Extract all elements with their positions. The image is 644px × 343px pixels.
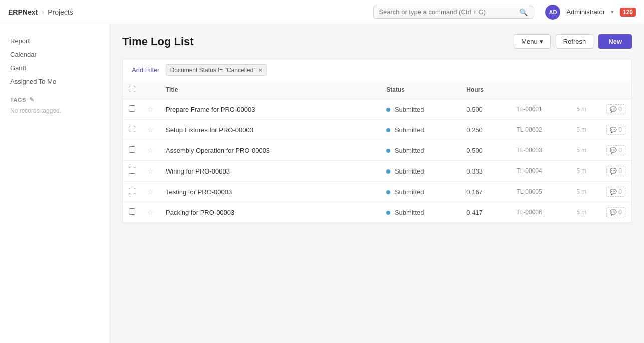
comment-icon: 💬: [610, 168, 617, 175]
sidebar: Report Calendar Gantt Assigned To Me TAG…: [0, 24, 110, 343]
row-checkbox[interactable]: [129, 146, 135, 153]
row-checkbox-cell: [123, 202, 141, 223]
row-id[interactable]: TL-00005: [510, 182, 570, 202]
row-status: Submitted: [380, 202, 460, 223]
row-status: Submitted: [380, 161, 460, 182]
th-title[interactable]: Title: [160, 81, 380, 99]
table-body: ☆ Prepare Frame for PRO-00003 Submitted …: [123, 99, 631, 223]
notification-badge[interactable]: 120: [620, 8, 636, 17]
row-title[interactable]: Testing for PRO-00003: [160, 182, 380, 202]
menu-button[interactable]: Menu ▾: [514, 34, 551, 49]
row-time-ago: 5 m: [570, 120, 600, 140]
avatar: AD: [545, 5, 560, 20]
row-checkbox[interactable]: [129, 105, 135, 112]
sidebar-item-report[interactable]: Report: [0, 34, 110, 48]
star-icon[interactable]: ☆: [147, 208, 154, 216]
row-star-cell: ☆: [141, 140, 160, 161]
row-status: Submitted: [380, 182, 460, 202]
status-label: Submitted: [395, 188, 424, 196]
th-status[interactable]: Status: [380, 81, 460, 99]
th-star: [141, 81, 160, 99]
new-button[interactable]: New: [598, 34, 632, 49]
th-comments: [600, 81, 631, 99]
add-filter-button[interactable]: Add Filter: [130, 65, 162, 75]
row-star-cell: ☆: [141, 120, 160, 140]
comments-button[interactable]: 💬 0: [606, 187, 625, 197]
comments-button[interactable]: 💬 0: [606, 145, 625, 155]
row-checkbox-cell: [123, 161, 141, 182]
comments-button[interactable]: 💬 0: [606, 207, 625, 217]
row-hours: 0.500: [460, 99, 510, 120]
sidebar-item-gantt[interactable]: Gantt: [0, 61, 110, 75]
navbar-brand[interactable]: ERPNext: [8, 8, 38, 16]
star-icon[interactable]: ☆: [147, 126, 154, 134]
row-time-ago: 5 m: [570, 202, 600, 223]
time-log-table: Title Status Hours ☆ Prepare Frame for P…: [123, 81, 631, 223]
star-icon[interactable]: ☆: [147, 105, 154, 113]
row-comments-cell: 💬 0: [600, 99, 631, 120]
row-status: Submitted: [380, 99, 460, 120]
comments-button[interactable]: 💬 0: [606, 166, 625, 176]
status-label: Submitted: [395, 209, 424, 216]
main-content: Time Log List Menu ▾ Refresh New Add Fil…: [110, 24, 644, 343]
status-label: Submitted: [395, 147, 424, 154]
row-star-cell: ☆: [141, 202, 160, 223]
comments-button[interactable]: 💬 0: [606, 104, 625, 114]
table-row: ☆ Assembly Operation for PRO-00003 Submi…: [123, 140, 631, 161]
star-icon[interactable]: ☆: [147, 146, 154, 154]
search-icon: 🔍: [519, 8, 528, 16]
table-row: ☆ Setup Fixtures for PRO-00003 Submitted…: [123, 120, 631, 140]
row-comments-cell: 💬 0: [600, 182, 631, 202]
row-id[interactable]: TL-00004: [510, 161, 570, 182]
menu-caret-icon: ▾: [540, 38, 543, 45]
comments-count: 0: [618, 188, 622, 195]
th-time: [570, 81, 600, 99]
row-checkbox[interactable]: [129, 167, 135, 174]
comments-count: 0: [618, 147, 622, 154]
th-check: [123, 81, 141, 99]
row-title[interactable]: Prepare Frame for PRO-00003: [160, 99, 380, 120]
star-icon[interactable]: ☆: [147, 188, 154, 196]
row-checkbox[interactable]: [129, 208, 135, 215]
table-row: ☆ Prepare Frame for PRO-00003 Submitted …: [123, 99, 631, 120]
row-star-cell: ☆: [141, 99, 160, 120]
comment-icon: 💬: [610, 209, 617, 216]
row-checkbox[interactable]: [129, 126, 135, 132]
sidebar-item-assigned-to-me[interactable]: Assigned To Me: [0, 75, 110, 88]
tags-edit-icon[interactable]: ✎: [29, 96, 35, 103]
row-hours: 0.333: [460, 161, 510, 182]
page-title: Time Log List: [122, 35, 194, 48]
row-checkbox-cell: [123, 99, 141, 120]
row-time-ago: 5 m: [570, 182, 600, 202]
table-header-row: Title Status Hours: [123, 81, 631, 99]
search-input[interactable]: [379, 8, 516, 16]
status-dot: [386, 190, 390, 194]
header-actions: Menu ▾ Refresh New: [514, 34, 632, 49]
row-title[interactable]: Setup Fixtures for PRO-00003: [160, 120, 380, 140]
comments-button[interactable]: 💬 0: [606, 125, 625, 135]
row-id[interactable]: TL-00003: [510, 140, 570, 161]
status-dot: [386, 149, 390, 153]
admin-caret-icon: ▾: [611, 9, 614, 15]
filter-close-icon[interactable]: ×: [259, 66, 263, 74]
row-id[interactable]: TL-00002: [510, 120, 570, 140]
th-hours[interactable]: Hours: [460, 81, 510, 99]
sidebar-item-calendar[interactable]: Calendar: [0, 48, 110, 61]
row-id[interactable]: TL-00001: [510, 99, 570, 120]
star-icon[interactable]: ☆: [147, 167, 154, 175]
row-id[interactable]: TL-00006: [510, 202, 570, 223]
row-star-cell: ☆: [141, 182, 160, 202]
active-filter-tag: Document Status != "Cancelled" ×: [166, 64, 267, 76]
row-title[interactable]: Assembly Operation for PRO-00003: [160, 140, 380, 161]
search-box: 🔍: [373, 6, 533, 19]
row-checkbox[interactable]: [129, 188, 135, 194]
row-title[interactable]: Wiring for PRO-00003: [160, 161, 380, 182]
navbar-breadcrumb[interactable]: Projects: [48, 8, 73, 16]
refresh-button[interactable]: Refresh: [556, 34, 594, 49]
comments-count: 0: [618, 209, 622, 216]
select-all-checkbox[interactable]: [129, 86, 135, 92]
admin-label[interactable]: Administrator: [566, 8, 605, 16]
navbar: ERPNext › Projects 🔍 AD Administrator ▾ …: [0, 0, 644, 24]
row-title[interactable]: Packing for PRO-00003: [160, 202, 380, 223]
status-label: Submitted: [395, 106, 424, 113]
